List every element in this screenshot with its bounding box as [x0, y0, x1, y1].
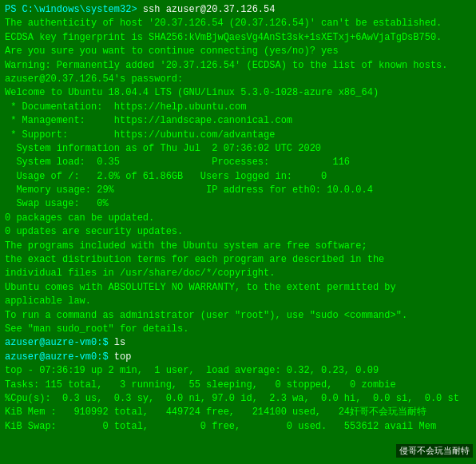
- terminal-line: Memory usage: 29% IP address for eth0: 1…: [5, 184, 471, 197]
- terminal-line: KiB Swap: 0 total, 0 free, 0 used. 55361…: [5, 420, 471, 434]
- terminal-line: Usage of /: 2.0% of 61.86GB Users logged…: [5, 170, 471, 184]
- terminal-line: KiB Mem : 910992 total, 449724 free, 214…: [5, 406, 471, 419]
- terminal-line: * Support: https://ubuntu.com/advantage: [5, 129, 471, 142]
- terminal-line: * Documentation: https://help.ubuntu.com: [5, 101, 471, 114]
- terminal-line: individual files in /usr/share/doc/*/cop…: [5, 267, 471, 280]
- terminal-line: top - 07:36:19 up 2 min, 1 user, load av…: [5, 364, 471, 378]
- watermark: 侵哥不会玩当耐特: [396, 444, 473, 458]
- terminal-line: %Cpu(s): 0.3 us, 0.3 sy, 0.0 ni, 97.0 id…: [5, 392, 471, 406]
- terminal-line: the exact distribution terms for each pr…: [5, 253, 471, 267]
- terminal-window: PS C:\windows\system32> ssh azuser@20.37…: [5, 3, 471, 434]
- terminal-line: The programs included with the Ubuntu sy…: [5, 240, 471, 253]
- terminal-line: azuser@auzre-vm0:$ ls: [5, 336, 471, 350]
- terminal-line: System load: 0.35 Processes: 116: [5, 156, 471, 169]
- terminal-line: Warning: Permanently added '20.37.126.54…: [5, 59, 471, 73]
- terminal-line: Are you sure you want to continue connec…: [5, 45, 471, 58]
- terminal-line: 0 updates are security updates.: [5, 225, 471, 239]
- terminal-line: See "man sudo_root" for details.: [5, 323, 471, 336]
- terminal-line: System information as of Thu Jul 2 07:36…: [5, 142, 471, 156]
- terminal-line: To run a command as administrator (user …: [5, 309, 471, 323]
- prompt-text: azuser@auzre-vm0:$: [5, 351, 114, 363]
- terminal-line: Ubuntu comes with ABSOLUTELY NO WARRANTY…: [5, 281, 471, 295]
- terminal-line: azuser@20.37.126.54's password:: [5, 73, 471, 86]
- terminal-line: PS C:\windows\system32> ssh azuser@20.37…: [5, 3, 471, 17]
- prompt-text: PS C:\windows\system32>: [5, 4, 143, 15]
- command-text: top: [114, 351, 132, 363]
- prompt-text: azuser@auzre-vm0:$: [5, 337, 114, 348]
- terminal-line: The authenticity of host '20.37.126.54 (…: [5, 17, 471, 30]
- terminal-line: Welcome to Ubuntu 18.04.4 LTS (GNU/Linux…: [5, 86, 471, 100]
- terminal-line: Swap usage: 0%: [5, 197, 471, 211]
- command-text: ssh azuser@20.37.126.54: [143, 4, 276, 15]
- terminal-line: * Management: https://landscape.canonica…: [5, 114, 471, 128]
- terminal-line: Tasks: 115 total, 3 running, 55 sleeping…: [5, 379, 471, 392]
- command-text: ls: [114, 337, 125, 348]
- terminal-line: ECDSA key fingerprint is SHA256:kVmBjwQa…: [5, 31, 471, 45]
- terminal-line: azuser@auzre-vm0:$ top: [5, 351, 471, 364]
- terminal-line: 0 packages can be updated.: [5, 212, 471, 225]
- terminal-line: applicable law.: [5, 295, 471, 308]
